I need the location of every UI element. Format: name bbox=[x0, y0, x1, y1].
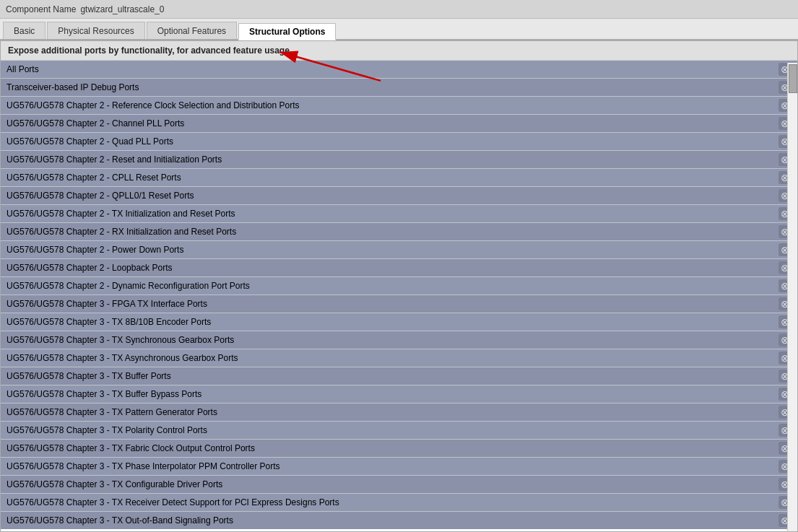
list-item[interactable]: UG576/UG578 Chapter 3 - TX Synchronous G… bbox=[1, 331, 797, 349]
list-item-text: UG576/UG578 Chapter 2 - RX Initializatio… bbox=[6, 227, 779, 237]
list-item[interactable]: UG576/UG578 Chapter 3 - TX Out-of-Band S… bbox=[1, 512, 797, 529]
list-item-text: UG576/UG578 Chapter 3 - TX Buffer Ports bbox=[6, 371, 779, 381]
list-item-text: UG576/UG578 Chapter 3 - TX Fabric Clock … bbox=[6, 443, 779, 453]
list-item-text: UG576/UG578 Chapter 3 - TX Buffer Bypass… bbox=[6, 389, 779, 399]
list-item[interactable]: UG576/UG578 Chapter 2 - Channel PLL Port… bbox=[1, 115, 797, 133]
list-item[interactable]: UG576/UG578 Chapter 2 - Loopback Ports⊗ bbox=[1, 259, 797, 277]
tab-basic[interactable]: Basic bbox=[3, 22, 45, 39]
list-item[interactable]: UG576/UG578 Chapter 2 - Power Down Ports… bbox=[1, 241, 797, 259]
component-name-label: Component Name bbox=[6, 4, 76, 14]
list-item-text: UG576/UG578 Chapter 2 - QPLL0/1 Reset Po… bbox=[6, 191, 779, 201]
tab-optional-features[interactable]: Optional Features bbox=[147, 22, 237, 39]
content-area: Expose additional ports by functionality… bbox=[0, 40, 798, 532]
list-item-text: All Ports bbox=[6, 64, 779, 74]
list-item[interactable]: UG576/UG578 Chapter 3 - TX Polarity Cont… bbox=[1, 422, 797, 440]
list-container[interactable]: All Ports⊗Transceiver-based IP Debug Por… bbox=[1, 61, 797, 529]
component-name-value: gtwizard_ultrascale_0 bbox=[80, 4, 164, 14]
list-item[interactable]: UG576/UG578 Chapter 3 - TX Phase Interpo… bbox=[1, 458, 797, 476]
tab-structural-options[interactable]: Structural Options bbox=[238, 23, 336, 40]
list-item-text: UG576/UG578 Chapter 3 - TX Configurable … bbox=[6, 479, 779, 489]
list-item[interactable]: UG576/UG578 Chapter 2 - RX Initializatio… bbox=[1, 223, 797, 241]
list-item-text: UG576/UG578 Chapter 2 - TX Initializatio… bbox=[6, 209, 779, 219]
tab-physical-resources[interactable]: Physical Resources bbox=[47, 22, 144, 39]
list-item-text: UG576/UG578 Chapter 2 - Channel PLL Port… bbox=[6, 118, 779, 128]
list-item[interactable]: UG576/UG578 Chapter 2 - CPLL Reset Ports… bbox=[1, 169, 797, 187]
list-item-text: UG576/UG578 Chapter 2 - Quad PLL Ports bbox=[6, 136, 779, 147]
list-item[interactable]: UG576/UG578 Chapter 3 - TX Receiver Dete… bbox=[1, 494, 797, 512]
list-item[interactable]: UG576/UG578 Chapter 3 - TX Asynchronous … bbox=[1, 349, 797, 367]
description-bar: Expose additional ports by functionality… bbox=[1, 41, 797, 61]
list-item-text: UG576/UG578 Chapter 2 - Loopback Ports bbox=[6, 263, 779, 273]
scrollbar-thumb[interactable] bbox=[789, 64, 797, 93]
list-item-text: UG576/UG578 Chapter 3 - TX Out-of-Band S… bbox=[6, 515, 779, 526]
list-item-text: UG576/UG578 Chapter 3 - TX Phase Interpo… bbox=[6, 461, 779, 471]
list-item-text: UG576/UG578 Chapter 3 - TX Pattern Gener… bbox=[6, 407, 779, 417]
list-item[interactable]: UG576/UG578 Chapter 3 - TX Buffer Ports⊗ bbox=[1, 367, 797, 385]
list-item-text: UG576/UG578 Chapter 3 - TX 8B/10B Encode… bbox=[6, 317, 779, 327]
list-item-text: UG576/UG578 Chapter 2 - Power Down Ports bbox=[6, 245, 779, 255]
list-item-text: UG576/UG578 Chapter 3 - TX Synchronous G… bbox=[6, 335, 779, 345]
list-item[interactable]: UG576/UG578 Chapter 3 - TX Pattern Gener… bbox=[1, 404, 797, 422]
list-item-text: UG576/UG578 Chapter 2 - Reset and Initia… bbox=[6, 154, 779, 165]
list-item[interactable]: UG576/UG578 Chapter 2 - Reset and Initia… bbox=[1, 151, 797, 169]
list-item-text: UG576/UG578 Chapter 2 - Dynamic Reconfig… bbox=[6, 281, 779, 291]
list-item[interactable]: UG576/UG578 Chapter 2 - Reference Clock … bbox=[1, 97, 797, 115]
list-item[interactable]: UG576/UG578 Chapter 2 - Quad PLL Ports⊗ bbox=[1, 133, 797, 151]
list-item-text: UG576/UG578 Chapter 3 - FPGA TX Interfac… bbox=[6, 299, 779, 309]
top-bar: Component Name gtwizard_ultrascale_0 bbox=[0, 0, 798, 19]
list-item[interactable]: UG576/UG578 Chapter 2 - TX Initializatio… bbox=[1, 205, 797, 223]
list-item[interactable]: All Ports⊗ bbox=[1, 61, 797, 79]
list-item-text: UG576/UG578 Chapter 3 - TX Polarity Cont… bbox=[6, 425, 779, 435]
list-item-text: UG576/UG578 Chapter 3 - TX Receiver Dete… bbox=[6, 497, 779, 507]
list-item[interactable]: Transceiver-based IP Debug Ports⊗ bbox=[1, 79, 797, 97]
list-item-text: UG576/UG578 Chapter 3 - TX Asynchronous … bbox=[6, 353, 779, 363]
list-item[interactable]: UG576/UG578 Chapter 2 - QPLL0/1 Reset Po… bbox=[1, 187, 797, 205]
scrollbar[interactable] bbox=[787, 63, 797, 531]
list-item-text: UG576/UG578 Chapter 2 - Reference Clock … bbox=[6, 100, 779, 110]
list-item[interactable]: UG576/UG578 Chapter 3 - TX Buffer Bypass… bbox=[1, 385, 797, 404]
list-item[interactable]: UG576/UG578 Chapter 3 - FPGA TX Interfac… bbox=[1, 295, 797, 313]
list-item-text: Transceiver-based IP Debug Ports bbox=[6, 82, 779, 92]
list-item[interactable]: UG576/UG578 Chapter 2 - Dynamic Reconfig… bbox=[1, 277, 797, 295]
list-item[interactable]: UG576/UG578 Chapter 3 - TX Configurable … bbox=[1, 476, 797, 494]
list-item-text: UG576/UG578 Chapter 2 - CPLL Reset Ports bbox=[6, 173, 779, 183]
list-item[interactable]: UG576/UG578 Chapter 3 - TX Fabric Clock … bbox=[1, 440, 797, 458]
list-item[interactable]: UG576/UG578 Chapter 3 - TX 8B/10B Encode… bbox=[1, 313, 797, 331]
tabs-bar: Basic Physical Resources Optional Featur… bbox=[0, 19, 798, 40]
description-text: Expose additional ports by functionality… bbox=[8, 45, 290, 56]
